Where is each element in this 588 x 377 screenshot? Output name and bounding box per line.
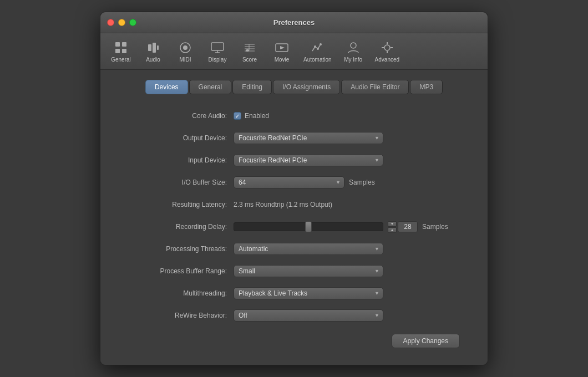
io-buffer-row: I/O Buffer Size: 64 ▼ Samples [123,175,465,190]
svg-point-24 [384,45,390,50]
svg-rect-5 [153,43,156,53]
process-buffer-arrow: ▼ [374,268,379,274]
io-buffer-unit: Samples [349,179,375,186]
output-device-arrow: ▼ [374,135,379,141]
tab-general[interactable]: General [189,80,232,94]
general-label: General [111,57,131,63]
apply-btn-wrap: Apply Changes [123,334,465,348]
minimize-button[interactable] [118,19,125,26]
svg-rect-9 [211,43,224,50]
processing-threads-label: Processing Threads: [123,245,234,253]
toolbar-item-automation[interactable]: Automation [299,38,336,65]
display-label: Display [209,57,227,63]
svg-marker-19 [280,46,285,49]
midi-icon [178,40,193,55]
stepper-down-btn[interactable]: ▼ [388,221,397,227]
io-buffer-dropdown[interactable]: 64 ▼ [234,176,344,188]
svg-point-21 [317,48,319,50]
traffic-lights [107,19,136,26]
multithreading-arrow: ▼ [374,291,379,296]
general-icon [113,40,129,55]
tab-mp3[interactable]: MP3 [410,80,443,94]
output-device-row: Output Device: Focusrite RedNet PCIe ▼ [123,131,465,145]
score-icon [242,40,257,55]
input-device-arrow: ▼ [374,157,379,163]
tab-audio-file-editor[interactable]: Audio File Editor [341,80,409,94]
midi-label: MIDI [179,57,191,63]
toolbar-item-general[interactable]: General [106,38,136,65]
svg-rect-1 [122,42,126,47]
input-device-control: Focusrite RedNet PCIe ▼ [234,154,465,166]
process-buffer-control: Small ▼ [234,265,465,277]
recording-delay-control: ▼ ▲ 28 Samples [234,221,465,233]
apply-changes-button[interactable]: Apply Changes [392,334,460,348]
multithreading-dropdown[interactable]: Playback & Live Tracks ▼ [234,287,383,299]
core-audio-control: ✓ Enabled [234,112,465,120]
toolbar-item-movie[interactable]: Movie [267,38,297,65]
toolbar-item-score[interactable]: Score [235,38,265,65]
stepper-up-btn[interactable]: ▲ [388,227,397,233]
window-title: Preferences [273,18,315,27]
recording-delay-label: Recording Delay: [123,223,234,231]
toolbar-item-audio[interactable]: Audio [138,38,168,65]
multithreading-value: Playback & Live Tracks [239,289,307,297]
maximize-button[interactable] [129,19,136,26]
input-device-dropdown[interactable]: Focusrite RedNet PCIe ▼ [234,154,383,166]
display-icon [210,40,225,55]
automation-icon [310,40,325,55]
rewire-dropdown[interactable]: Off ▼ [234,309,383,322]
recording-delay-unit: Samples [422,223,448,231]
toolbar-item-display[interactable]: Display [202,38,232,65]
process-buffer-row: Process Buffer Range: Small ▼ [123,264,465,278]
audio-icon [145,40,161,55]
recording-delay-row: Recording Delay: ▼ ▲ 28 S [123,220,465,234]
io-buffer-value: 64 [239,179,246,186]
toolbar-item-myinfo[interactable]: My Info [338,38,368,65]
rewire-row: ReWire Behavior: Off ▼ [123,308,465,323]
recording-delay-thumb[interactable] [305,221,312,232]
core-audio-label: Core Audio: [123,112,234,120]
io-buffer-label: I/O Buffer Size: [123,179,234,186]
output-device-value: Focusrite RedNet PCIe [239,134,307,142]
recording-delay-track[interactable] [234,222,383,231]
resulting-latency-row: Resulting Latency: 2.3 ms Roundtrip (1.2… [123,197,465,212]
tab-io-assignments[interactable]: I/O Assignments [273,80,340,94]
svg-rect-6 [157,45,159,50]
multithreading-row: Multithreading: Playback & Live Tracks ▼ [123,286,465,300]
resulting-latency-label: Resulting Latency: [123,201,234,208]
tab-editing[interactable]: Editing [232,80,272,94]
resulting-latency-value: 2.3 ms Roundtrip (1.2 ms Output) [234,201,332,208]
svg-rect-4 [148,44,151,51]
multithreading-control: Playback & Live Tracks ▼ [234,287,465,299]
recording-delay-stepper: ▼ ▲ 28 [388,221,418,233]
svg-point-20 [314,45,316,48]
movie-label: Movie [275,57,290,63]
processing-threads-arrow: ▼ [374,246,379,252]
svg-rect-3 [122,49,126,53]
processing-threads-control: Automatic ▼ [234,243,465,255]
preferences-window: Preferences General Au [100,12,488,365]
output-device-label: Output Device: [123,134,234,142]
toolbar-item-midi[interactable]: MIDI [170,38,200,65]
output-device-dropdown[interactable]: Focusrite RedNet PCIe ▼ [234,132,383,144]
myinfo-icon [346,40,361,55]
svg-point-22 [320,43,322,45]
titlebar: Preferences [100,12,488,33]
toolbar: General Audio MIDI [100,33,488,70]
content-area: Devices General Editing I/O Assignments … [100,70,488,365]
core-audio-checkbox[interactable]: ✓ [234,112,241,120]
advanced-icon [379,40,395,55]
input-device-label: Input Device: [123,156,234,164]
process-buffer-dropdown[interactable]: Small ▼ [234,265,383,277]
toolbar-item-advanced[interactable]: Advanced [371,38,404,65]
processing-threads-dropdown[interactable]: Automatic ▼ [234,243,383,255]
close-button[interactable] [107,19,114,26]
audio-label: Audio [146,57,160,63]
advanced-label: Advanced [375,57,399,63]
process-buffer-value: Small [239,267,255,275]
rewire-control: Off ▼ [234,309,465,322]
multithreading-label: Multithreading: [123,289,234,297]
tab-devices[interactable]: Devices [145,80,188,94]
io-buffer-control: 64 ▼ Samples [234,176,465,188]
input-device-value: Focusrite RedNet PCIe [239,156,307,164]
